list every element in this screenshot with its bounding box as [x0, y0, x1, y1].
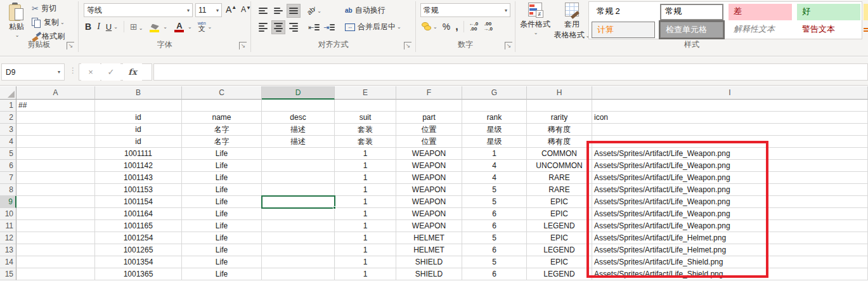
cell-E10[interactable]: 1	[335, 208, 396, 220]
borders-button[interactable]: ⊞⌄	[130, 22, 143, 32]
cell-C6[interactable]: Life	[182, 160, 262, 172]
accounting-format-button[interactable]: ⌄	[422, 22, 437, 31]
column-header-C[interactable]: C	[182, 86, 262, 100]
format-as-table-button[interactable]: 套用 表格格式⌄	[552, 3, 592, 41]
comma-style-button[interactable]: ,	[455, 21, 458, 32]
column-header-F[interactable]: F	[396, 86, 462, 100]
cell-D15[interactable]	[262, 268, 335, 280]
italic-button[interactable]: I	[97, 22, 100, 32]
row-header-5[interactable]: 5	[0, 148, 16, 160]
cell-A2[interactable]	[16, 112, 95, 124]
cell-I6[interactable]: Assets/Sprites/Artifact/Life_Weapon.png	[592, 160, 868, 172]
cell-A9[interactable]	[16, 196, 95, 208]
cell-G15[interactable]: 6	[462, 268, 527, 280]
cell-F4[interactable]: 位置	[396, 136, 462, 148]
column-header-E[interactable]: E	[335, 86, 396, 100]
cell-F12[interactable]: HELMET	[396, 232, 462, 244]
cell-B15[interactable]: 1001365	[95, 268, 182, 280]
cell-B8[interactable]: 1001153	[95, 184, 182, 196]
cell-A14[interactable]	[16, 256, 95, 268]
cell-I3[interactable]	[592, 124, 868, 136]
cell-D6[interactable]	[262, 160, 335, 172]
cell-E12[interactable]: 1	[335, 232, 396, 244]
cell-D2[interactable]: desc	[262, 112, 335, 124]
alignment-dialog-launcher-icon[interactable]: ↘	[404, 42, 411, 49]
cell-G9[interactable]: 5	[462, 196, 527, 208]
decrease-decimal-button[interactable]: .00 →.0	[483, 22, 493, 32]
cell-A3[interactable]	[16, 124, 95, 136]
percent-style-button[interactable]: %	[443, 22, 450, 32]
cell-B11[interactable]: 1001165	[95, 220, 182, 232]
cell-C3[interactable]: 名字	[182, 124, 262, 136]
style-gallery-item[interactable]: 计算	[592, 22, 655, 38]
cell-C12[interactable]: Life	[182, 232, 262, 244]
cell-B7[interactable]: 1001143	[95, 172, 182, 184]
cell-B9[interactable]: 1001154	[95, 196, 182, 208]
cell-E9[interactable]: 1	[335, 196, 396, 208]
decrease-font-button[interactable]: A▼	[241, 5, 251, 14]
cell-A8[interactable]	[16, 184, 95, 196]
cell-C4[interactable]: 名字	[182, 136, 262, 148]
cell-H11[interactable]: LEGEND	[527, 220, 592, 232]
style-gallery-partial-item[interactable]	[864, 4, 868, 20]
wrap-text-button[interactable]: ab 自动换行	[345, 5, 385, 16]
cell-H8[interactable]: RARE	[527, 184, 592, 196]
cell-H7[interactable]: RARE	[527, 172, 592, 184]
cell-A4[interactable]	[16, 136, 95, 148]
row-header-8[interactable]: 8	[0, 184, 16, 196]
align-center-button[interactable]	[271, 20, 285, 34]
cell-A12[interactable]	[16, 232, 95, 244]
cell-H5[interactable]: COMMON	[527, 148, 592, 160]
cell-H3[interactable]: 稀有度	[527, 124, 592, 136]
cell-H1[interactable]	[527, 100, 592, 112]
cell-H9[interactable]: EPIC	[527, 196, 592, 208]
column-header-B[interactable]: B	[95, 86, 182, 100]
cell-C7[interactable]: Life	[182, 172, 262, 184]
cancel-button[interactable]: ×	[81, 63, 100, 81]
cell-G4[interactable]: 星级	[462, 136, 527, 148]
cell-D11[interactable]	[262, 220, 335, 232]
cell-F2[interactable]: part	[396, 112, 462, 124]
column-header-G[interactable]: G	[462, 86, 527, 100]
cell-G8[interactable]: 5	[462, 184, 527, 196]
bold-button[interactable]: B	[85, 22, 91, 32]
cell-G10[interactable]: 6	[462, 208, 527, 220]
cell-G11[interactable]: 6	[462, 220, 527, 232]
cell-F13[interactable]: HELMET	[396, 244, 462, 256]
font-dialog-launcher-icon[interactable]: ↘	[239, 42, 247, 49]
cell-B10[interactable]: 1001164	[95, 208, 182, 220]
row-header-12[interactable]: 12	[0, 232, 16, 244]
cell-D8[interactable]	[262, 184, 335, 196]
cell-C15[interactable]: Life	[182, 268, 262, 280]
cell-E8[interactable]: 1	[335, 184, 396, 196]
column-header-D[interactable]: D	[262, 86, 335, 100]
cell-D12[interactable]	[262, 232, 335, 244]
cell-G3[interactable]: 星级	[462, 124, 527, 136]
align-right-button[interactable]	[287, 20, 301, 34]
style-gallery-item[interactable]: 检查单元格	[660, 22, 723, 38]
column-header-A[interactable]: A	[16, 86, 95, 100]
cell-I15[interactable]: Assets/Sprites/Artifact/Life_Shield.png	[592, 268, 868, 280]
column-header-H[interactable]: H	[527, 86, 592, 100]
cell-A11[interactable]	[16, 220, 95, 232]
row-header-3[interactable]: 3	[0, 124, 16, 136]
cell-H6[interactable]: UNCOMMON	[527, 160, 592, 172]
cell-C8[interactable]: Life	[182, 184, 262, 196]
decrease-indent-button[interactable]: ⇤	[307, 20, 321, 34]
cell-I2[interactable]: icon	[592, 112, 868, 124]
cell-I7[interactable]: Assets/Sprites/Artifact/Life_Weapon.png	[592, 172, 868, 184]
row-header-4[interactable]: 4	[0, 136, 16, 148]
cell-A6[interactable]	[16, 160, 95, 172]
cell-F10[interactable]: WEAPON	[396, 208, 462, 220]
column-header-I[interactable]: I	[592, 86, 868, 100]
style-gallery-item[interactable]: 警告文本	[797, 22, 860, 38]
cell-A7[interactable]	[16, 172, 95, 184]
cell-F14[interactable]: SHIELD	[396, 256, 462, 268]
style-gallery-item[interactable]: 好	[797, 4, 860, 20]
cell-H12[interactable]: EPIC	[527, 232, 592, 244]
increase-decimal-button[interactable]: ←.0 .00	[469, 22, 479, 32]
cell-H14[interactable]: EPIC	[527, 256, 592, 268]
cell-B1[interactable]	[95, 100, 182, 112]
cell-I9[interactable]: Assets/Sprites/Artifact/Life_Weapon.png	[592, 196, 868, 208]
cell-B13[interactable]: 1001265	[95, 244, 182, 256]
